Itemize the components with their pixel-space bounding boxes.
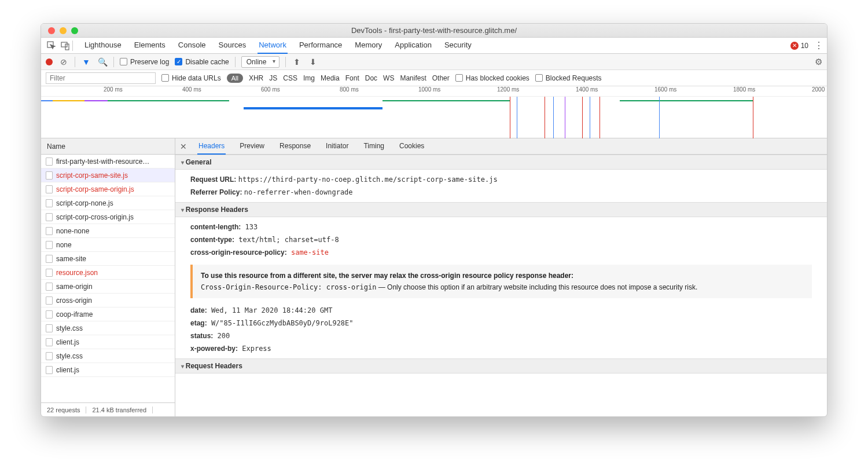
errors-count: 10 xyxy=(801,42,808,50)
throttling-select[interactable]: Online xyxy=(241,56,280,68)
request-row[interactable]: first-party-test-with-resource… xyxy=(41,155,175,169)
request-name: style.css xyxy=(56,352,83,360)
timeline-overview[interactable]: 200 ms400 ms600 ms800 ms1000 ms1200 ms14… xyxy=(41,86,827,138)
detail-tab-response[interactable]: Response xyxy=(278,138,312,155)
minimize-window-icon[interactable] xyxy=(60,27,67,34)
filter-toggle-icon[interactable]: ▼ xyxy=(81,57,91,67)
has-blocked-cookies-checkbox[interactable]: Has blocked cookies xyxy=(455,74,529,82)
clear-icon[interactable]: ⊘ xyxy=(58,57,69,67)
header-name: content-type: xyxy=(190,236,234,244)
section-request-headers[interactable]: Request Headers xyxy=(175,358,827,374)
network-toolbar: ⊘ ▼ 🔍 Preserve log ✓Disable cache Online… xyxy=(41,54,827,70)
download-har-icon[interactable]: ⬇ xyxy=(308,57,318,67)
request-row[interactable]: script-corp-same-site.js xyxy=(41,169,175,182)
filter-types: XHRJSCSSImgMediaFontDocWSManifestOther xyxy=(249,74,450,82)
request-row[interactable]: style.css xyxy=(41,349,175,363)
file-icon xyxy=(46,269,53,277)
tab-console[interactable]: Console xyxy=(177,37,207,54)
filter-type-img[interactable]: Img xyxy=(303,74,315,82)
inspect-element-icon[interactable] xyxy=(45,39,58,53)
request-row[interactable]: client.js xyxy=(41,363,175,377)
error-icon: ✕ xyxy=(790,42,799,50)
request-name: script-corp-cross-origin.js xyxy=(56,213,134,221)
detail-tab-cookies[interactable]: Cookies xyxy=(398,138,425,155)
detail-tab-preview[interactable]: Preview xyxy=(238,138,266,155)
request-url-label: Request URL: xyxy=(190,175,236,184)
request-name: none-none xyxy=(56,227,89,235)
filter-type-other[interactable]: Other xyxy=(432,74,450,82)
request-row[interactable]: client.js xyxy=(41,335,175,349)
request-row[interactable]: script-corp-cross-origin.js xyxy=(41,210,175,224)
request-row[interactable]: script-corp-same-origin.js xyxy=(41,182,175,196)
separator xyxy=(285,57,286,67)
request-row[interactable]: none xyxy=(41,238,175,252)
close-details-icon[interactable]: ✕ xyxy=(180,142,187,151)
request-row[interactable]: resource.json xyxy=(41,266,175,280)
search-icon[interactable]: 🔍 xyxy=(97,57,108,67)
tab-memory[interactable]: Memory xyxy=(354,37,383,54)
request-row[interactable]: same-origin xyxy=(41,280,175,294)
request-name: style.css xyxy=(56,324,83,332)
detail-tab-timing[interactable]: Timing xyxy=(362,138,385,155)
requests-count: 22 requests xyxy=(41,407,86,413)
timeline-tick: 400 ms xyxy=(182,86,201,93)
details-pane: ✕ HeadersPreviewResponseInitiatorTimingC… xyxy=(175,138,827,416)
request-row[interactable]: same-site xyxy=(41,252,175,266)
tab-network[interactable]: Network xyxy=(258,37,288,54)
close-window-icon[interactable] xyxy=(48,27,55,34)
timeline-tick: 1400 ms xyxy=(576,86,598,93)
file-icon xyxy=(46,310,53,318)
request-row[interactable]: none-none xyxy=(41,224,175,238)
tab-sources[interactable]: Sources xyxy=(218,37,248,54)
filter-type-manifest[interactable]: Manifest xyxy=(400,74,426,82)
filter-type-ws[interactable]: WS xyxy=(383,74,394,82)
preserve-log-checkbox[interactable]: Preserve log xyxy=(120,58,169,66)
errors-badge[interactable]: ✕ 10 xyxy=(790,42,808,50)
status-footer: 22 requests 21.4 kB transferred xyxy=(41,402,175,416)
filter-type-js[interactable]: JS xyxy=(269,74,277,82)
request-row[interactable]: cross-origin xyxy=(41,294,175,307)
tab-elements[interactable]: Elements xyxy=(133,37,167,54)
file-icon xyxy=(46,199,53,207)
filter-type-css[interactable]: CSS xyxy=(283,74,297,82)
request-row[interactable]: script-corp-none.js xyxy=(41,196,175,210)
filter-type-doc[interactable]: Doc xyxy=(365,74,377,82)
filter-type-font[interactable]: Font xyxy=(345,74,359,82)
filter-type-media[interactable]: Media xyxy=(321,74,340,82)
file-icon xyxy=(46,241,53,249)
request-name: script-corp-same-site.js xyxy=(56,171,128,180)
settings-icon[interactable]: ⚙ xyxy=(815,57,822,67)
filter-type-xhr[interactable]: XHR xyxy=(249,74,263,82)
detail-tab-headers[interactable]: Headers xyxy=(197,138,226,155)
blocked-requests-checkbox[interactable]: Blocked Requests xyxy=(535,74,602,82)
request-name: coop-iframe xyxy=(56,310,93,318)
tab-performance[interactable]: Performance xyxy=(298,37,343,54)
request-row[interactable]: coop-iframe xyxy=(41,307,175,321)
zoom-window-icon[interactable] xyxy=(71,27,78,34)
file-icon xyxy=(46,255,53,263)
upload-har-icon[interactable]: ⬆ xyxy=(292,57,302,67)
filter-type-all[interactable]: All xyxy=(227,74,243,83)
record-icon[interactable] xyxy=(46,58,53,65)
header-value: Wed, 11 Mar 2020 18:44:20 GMT xyxy=(207,306,333,314)
separator xyxy=(113,57,114,67)
request-list[interactable]: first-party-test-with-resource…script-co… xyxy=(41,155,175,402)
hide-data-urls-checkbox[interactable]: Hide data URLs xyxy=(161,74,221,82)
tab-lighthouse[interactable]: Lighthouse xyxy=(83,37,123,54)
header-value: 133 xyxy=(241,223,258,231)
header-value: Express xyxy=(238,345,271,353)
name-column-header[interactable]: Name xyxy=(41,138,175,155)
disable-cache-checkbox[interactable]: ✓Disable cache xyxy=(175,58,229,66)
device-toggle-icon[interactable] xyxy=(58,39,72,53)
section-general[interactable]: General xyxy=(175,155,827,170)
tab-security[interactable]: Security xyxy=(443,37,473,54)
filter-input[interactable] xyxy=(46,72,156,84)
detail-tab-initiator[interactable]: Initiator xyxy=(325,138,350,155)
timeline-selection[interactable] xyxy=(244,107,382,109)
tab-application[interactable]: Application xyxy=(393,37,433,54)
section-response-headers[interactable]: Response Headers xyxy=(175,202,827,217)
more-menu-icon[interactable]: ⋮ xyxy=(814,40,823,51)
request-row[interactable]: style.css xyxy=(41,321,175,335)
header-name: date: xyxy=(190,306,207,314)
file-icon xyxy=(46,158,53,166)
